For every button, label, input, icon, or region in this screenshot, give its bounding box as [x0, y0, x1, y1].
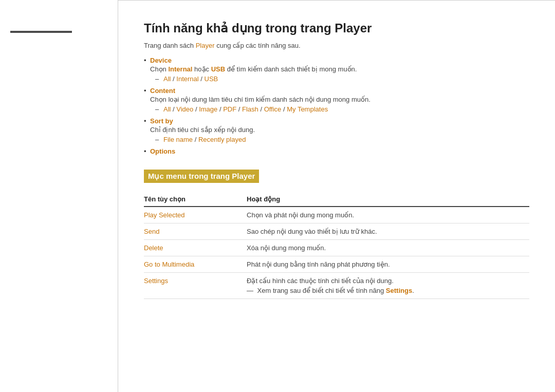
device-desc: Chọn Internal hoặc USB để tìm kiếm danh … [150, 65, 529, 73]
table-row: Settings Đặt cấu hình các thuộc tính chi… [144, 273, 529, 299]
recentlyplayed-link[interactable]: Recently played [198, 136, 246, 143]
page-container: Tính năng khả dụng trong trang Player Tr… [0, 0, 555, 392]
section-heading: Mục menu trong trang Player [144, 170, 259, 183]
flash-link[interactable]: Flash [242, 105, 258, 113]
col2-header: Hoạt động [247, 192, 529, 207]
left-sidebar [0, 0, 118, 392]
image-link[interactable]: Image [199, 105, 217, 113]
row-name: Play Selected [144, 207, 247, 223]
row-name: Go to Multimedia [144, 256, 247, 273]
bullet-content: Content Chọn loại nội dung làm tiêu chí … [144, 87, 529, 113]
menu-table: Tên tùy chọn Hoạt động Play Selected Chọ… [144, 192, 529, 299]
row-desc: Chọn và phát nội dung mong muốn. [247, 207, 529, 223]
device-sub-item: All / Internal / USB [155, 75, 529, 83]
feature-list: Device Chọn Internal hoặc USB để tìm kiế… [144, 57, 529, 155]
video-link[interactable]: Video [176, 105, 193, 113]
col1-header: Tên tùy chọn [144, 192, 247, 207]
row-desc: Xóa nội dung mong muốn. [247, 240, 529, 256]
page-title: Tính năng khả dụng trong trang Player [144, 21, 529, 35]
table-row: Delete Xóa nội dung mong muốn. [144, 240, 529, 256]
usb-link2[interactable]: USB [205, 75, 218, 83]
table-header-row: Tên tùy chọn Hoạt động [144, 192, 529, 207]
table-row: Play Selected Chọn và phát nội dung mong… [144, 207, 529, 223]
intro-paragraph: Trang danh sách Player cung cấp các tính… [144, 42, 529, 49]
bullet-options: Options [144, 147, 529, 155]
row-name: Send [144, 223, 247, 240]
office-link[interactable]: Office [264, 105, 282, 113]
mytemplates-link[interactable]: My Templates [287, 105, 328, 113]
main-content: Tính năng khả dụng trong trang Player Tr… [118, 0, 555, 392]
content-sub-list: All / Video / Image / PDF / Flash / Offi… [155, 105, 529, 113]
sortby-desc: Chỉ định tiêu chí sắp xếp nội dung. [150, 126, 529, 134]
row-desc: Phát nội dung bằng tính năng phát phương… [247, 256, 529, 273]
content-desc: Chọn loại nội dung làm tiêu chí tìm kiếm… [150, 96, 529, 103]
settings-link[interactable]: Settings [386, 287, 412, 294]
table-row: Go to Multimedia Phát nội dung bằng tính… [144, 256, 529, 273]
sortby-label: Sort by [150, 117, 173, 125]
bullet-sortby: Sort by Chỉ định tiêu chí sắp xếp nội du… [144, 117, 529, 143]
content-sub-item: All / Video / Image / PDF / Flash / Offi… [155, 105, 529, 113]
row-desc: Sao chép nội dung vào thiết bị lưu trữ k… [247, 223, 529, 240]
row-name: Settings [144, 273, 247, 299]
all2-link[interactable]: All [163, 105, 171, 113]
options-label: Options [150, 147, 175, 155]
all-link[interactable]: All [163, 75, 171, 83]
sortby-sub-list: File name / Recently played [155, 136, 529, 143]
device-label: Device [150, 57, 172, 64]
content-label: Content [150, 87, 175, 95]
row-desc: Đặt cấu hình các thuộc tính chi tiết của… [247, 273, 529, 299]
table-row: Send Sao chép nội dung vào thiết bị lưu … [144, 223, 529, 240]
device-sub-list: All / Internal / USB [155, 75, 529, 83]
row-name: Delete [144, 240, 247, 256]
sidebar-accent [10, 31, 72, 33]
sortby-sub-item: File name / Recently played [155, 136, 529, 143]
filename-link[interactable]: File name [163, 136, 193, 143]
usb-link[interactable]: USB [211, 65, 225, 73]
bullet-device: Device Chọn Internal hoặc USB để tìm kiế… [144, 57, 529, 83]
pdf-link[interactable]: PDF [223, 105, 236, 113]
internal-link2[interactable]: Internal [176, 75, 198, 83]
internal-link[interactable]: Internal [168, 65, 192, 73]
player-link[interactable]: Player [196, 42, 215, 49]
settings-note: — Xem trang sau để biết chi tiết về tính… [247, 287, 524, 294]
